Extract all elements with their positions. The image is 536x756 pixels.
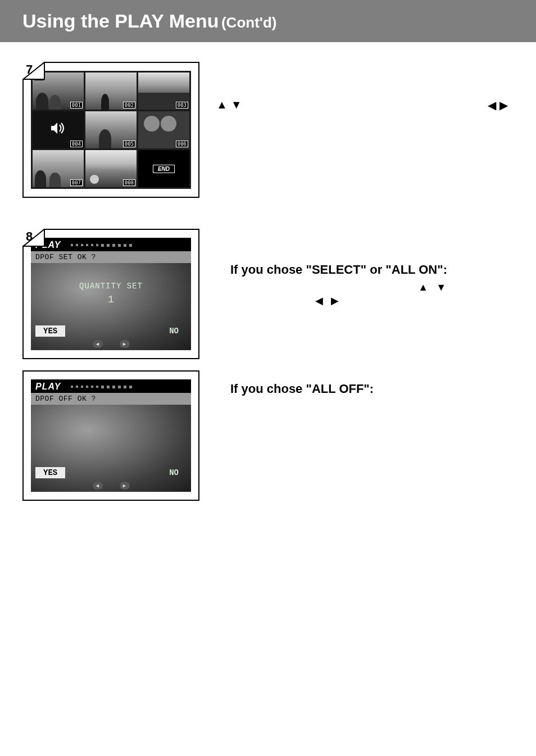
thumbnail-grid: SD 001 002 003 xyxy=(31,71,191,189)
svg-line-0 xyxy=(22,62,45,80)
instruction-arrows-lr: ◀ ▶ xyxy=(230,294,514,307)
nav-left-button[interactable]: ◄ xyxy=(93,482,103,490)
thumb-number: 003 xyxy=(176,102,188,108)
page-header: Using the PLAY Menu (Cont'd) xyxy=(0,0,536,42)
select-allon-heading: If you chose "SELECT" or "ALL ON": xyxy=(230,262,514,277)
arrow-left-icon: ◀ xyxy=(315,294,323,307)
nav-right-button[interactable]: ► xyxy=(120,482,130,490)
play-header: PLAY xyxy=(31,379,191,393)
thumb-number: 008 xyxy=(123,179,135,186)
arrow-up-icon: ▲ xyxy=(418,280,428,294)
step7-screenshot: 7 SD 001 002 003 xyxy=(22,62,199,198)
nav-arrow-buttons: ◄ ► xyxy=(31,481,191,492)
thumbnail-006[interactable]: 006 xyxy=(138,111,189,148)
no-button[interactable]: NO xyxy=(161,325,187,337)
all-off-heading: If you chose "ALL OFF": xyxy=(230,382,514,396)
svg-line-1 xyxy=(22,229,45,247)
audio-icon xyxy=(50,121,67,139)
arrow-up-icon: ▲ xyxy=(216,98,228,111)
dpof-off-subbar: DPOF OFF OK ? xyxy=(31,393,191,405)
thumb-number: 005 xyxy=(123,141,135,147)
step-tag-diagonal xyxy=(22,62,45,80)
quantity-area: QUANTITY SET 1 xyxy=(31,263,191,323)
thumbnail-002[interactable]: 002 xyxy=(85,73,137,110)
page-title: Using the PLAY Menu xyxy=(22,10,219,31)
dpof-off-screenshot: PLAY DPOF OFF OK ? YES NO ◄ ► xyxy=(22,370,199,501)
nav-left-button[interactable]: ◄ xyxy=(93,340,103,348)
page-subtitle: (Cont'd) xyxy=(221,14,277,31)
play-header: PLAY xyxy=(31,238,191,251)
nav-right-button[interactable]: ► xyxy=(120,340,130,348)
thumbnail-end[interactable]: END xyxy=(138,150,189,187)
step-tag-diagonal xyxy=(22,229,45,247)
arrow-right-icon: ▶ xyxy=(499,98,508,112)
thumbnail-004[interactable]: 004 xyxy=(33,111,84,148)
quantity-set-label: QUANTITY SET xyxy=(79,282,143,291)
instruction-arrows: ▲ ▼ xyxy=(230,280,514,294)
dpof-set-subbar: DPOF SET OK ? xyxy=(31,251,191,263)
empty-middle xyxy=(31,405,191,465)
thumbnail-005[interactable]: 005 xyxy=(85,111,137,148)
thumb-number: 006 xyxy=(176,141,188,147)
thumbnail-008[interactable]: 008 xyxy=(85,150,137,187)
end-label: END xyxy=(153,165,175,173)
up-down-arrows: ▲ ▼ xyxy=(216,98,242,111)
left-right-arrows: ◀ ▶ xyxy=(488,98,514,112)
step-tag: 8 xyxy=(22,229,45,247)
header-dots xyxy=(66,242,187,248)
arrow-left-icon: ◀ xyxy=(488,98,496,112)
dpof-off-screen: PLAY DPOF OFF OK ? YES NO ◄ ► xyxy=(31,379,191,492)
thumb-number: 004 xyxy=(70,141,83,147)
play-label: PLAY xyxy=(35,382,61,392)
arrow-down-icon: ▼ xyxy=(436,280,446,294)
thumbnail-007[interactable]: 007 xyxy=(33,150,84,187)
dpof-set-screen: PLAY DPOF SET OK ? QUANTITY SET 1 YES NO… xyxy=(31,238,191,350)
quantity-value: 1 xyxy=(108,294,114,305)
thumb-number: 001 xyxy=(70,102,83,108)
arrow-down-icon: ▼ xyxy=(231,98,242,111)
arrow-right-icon: ▶ xyxy=(331,294,339,307)
step8-screenshot: 8 PLAY DPOF SET OK ? QUANTITY SET 1 YES xyxy=(22,229,199,359)
header-dots xyxy=(66,384,187,390)
thumb-number: 007 xyxy=(70,179,83,186)
yes-button[interactable]: YES xyxy=(35,467,65,478)
yes-button[interactable]: YES xyxy=(35,325,65,337)
step-tag: 7 xyxy=(22,62,45,80)
no-button[interactable]: NO xyxy=(161,467,187,478)
thumb-number: 002 xyxy=(123,102,135,108)
nav-arrow-buttons: ◄ ► xyxy=(31,339,191,350)
thumbnail-003[interactable]: 003 xyxy=(138,73,189,110)
